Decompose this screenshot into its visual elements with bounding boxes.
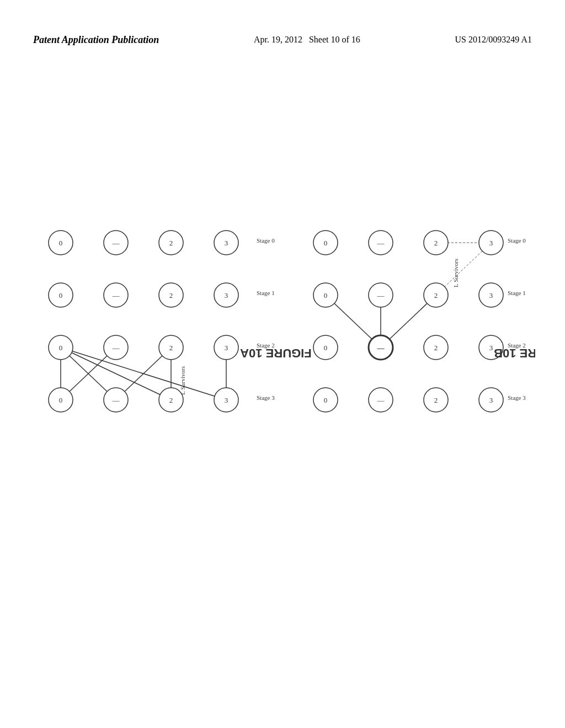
fig10a-s1-n2-text: 2 <box>169 291 173 299</box>
header: Patent Application Publication Apr. 19, … <box>0 33 565 47</box>
fig10b-label: FIGURE 10B <box>494 346 535 360</box>
fig10a-stage1-label: Stage 1 <box>257 290 275 296</box>
fig10a-s3-n0-text: 0 <box>59 396 63 404</box>
page: Patent Application Publication Apr. 19, … <box>0 0 565 728</box>
fig10b-s3-n3-text: 3 <box>489 396 493 404</box>
fig10b-s2-n2-text: 2 <box>434 344 438 352</box>
fig10b-s1-n3-text: 3 <box>489 291 493 299</box>
fig10a-s1-n1-text: — <box>112 291 120 299</box>
diagram-area: Stage 0 Stage 1 Stage 2 Stage 3 L Surviv… <box>28 210 535 474</box>
fig10a-stage3-label: Stage 3 <box>257 394 275 401</box>
fig10a-stage0-label: Stage 0 <box>257 237 275 244</box>
fig10a-s0-n0-text: 0 <box>59 239 63 247</box>
fig10b-s2-n3-text: 3 <box>489 344 493 352</box>
fig10a-s2-n2-text: 2 <box>169 344 173 352</box>
fig10b-s1-n2-text: 2 <box>434 291 438 299</box>
fig10a-s0-n1-text: — <box>112 239 120 247</box>
fig10b-s0-n0-text: 0 <box>324 239 328 247</box>
fig10b-stage3-label: Stage 3 <box>508 394 526 401</box>
fig10b-s0-n3-text: 3 <box>489 239 493 247</box>
fig10b-s0-n2-text: 2 <box>434 239 438 247</box>
fig10a-s3-n2-text: 2 <box>169 396 173 404</box>
fig10a-s3-n3-text: 3 <box>225 396 228 404</box>
fig10b-stage1-label: Stage 1 <box>508 290 526 296</box>
fig10b-s3-n0-text: 0 <box>324 396 328 404</box>
fig10a-s3-n1-text: — <box>112 396 120 404</box>
fig10a-label: FIGURE 10A <box>240 346 312 360</box>
header-publication-title: Patent Application Publication <box>33 33 159 47</box>
fig10a-s2-n3-text: 3 <box>225 344 228 352</box>
fig10b-s3-n2-text: 2 <box>434 396 438 404</box>
fig10a-survivors-label: L Survivors <box>179 366 186 395</box>
header-patent-number: US 2012/0093249 A1 <box>455 33 532 46</box>
fig10b-s1-n0-text: 0 <box>324 291 328 299</box>
fig10a-s0-n2-text: 2 <box>169 239 173 247</box>
header-date-sheet: Apr. 19, 2012 Sheet 10 of 16 <box>254 33 360 46</box>
fig10a-s0-n3-text: 3 <box>225 239 228 247</box>
fig10b-s2-n1-text: — <box>377 344 385 352</box>
fig10a-s1-n0-text: 0 <box>59 291 63 299</box>
fig10b-survivors-label: L Survivors <box>452 259 459 287</box>
fig10a-s2-n0-text: 0 <box>59 344 63 352</box>
fig10b-stage0-label: Stage 0 <box>508 237 526 244</box>
fig10b-s1-n1-text: — <box>377 291 385 299</box>
fig10b-s2-n0-text: 0 <box>324 344 328 352</box>
fig10a-s1-n3-text: 3 <box>225 291 228 299</box>
fig10a-s2-n1-text: — <box>112 344 120 352</box>
fig10b-s3-n1-text: — <box>377 396 385 404</box>
fig10b-s0-n1-text: — <box>377 239 385 247</box>
